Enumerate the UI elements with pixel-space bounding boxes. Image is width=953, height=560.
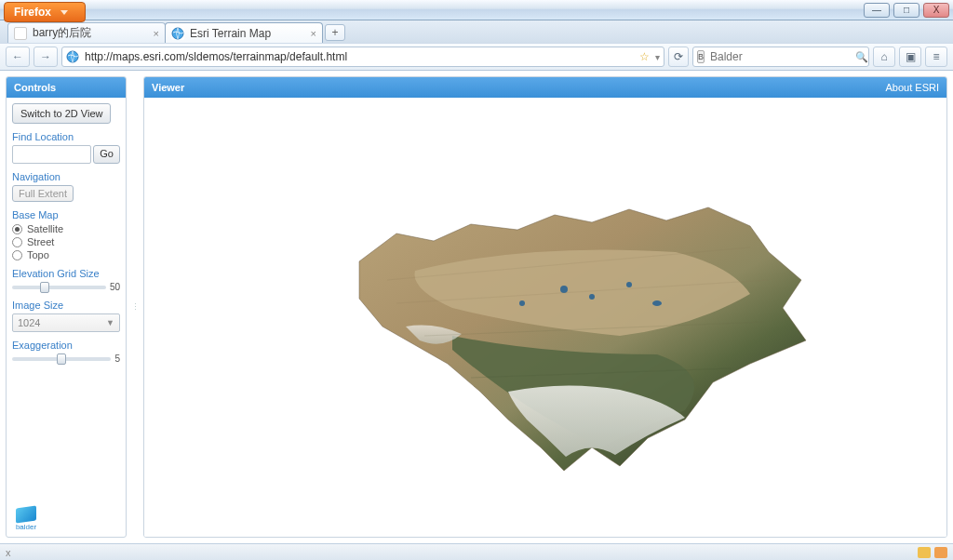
- go-button[interactable]: Go: [93, 145, 120, 164]
- new-tab-button[interactable]: +: [325, 24, 345, 41]
- viewer-header: Viewer About ESRI: [144, 77, 946, 98]
- radio-icon: [12, 237, 22, 247]
- radio-label: Street: [27, 236, 54, 247]
- firefox-label: Firefox: [14, 6, 51, 19]
- svg-point-2: [560, 286, 568, 293]
- tab-close-icon[interactable]: ×: [154, 28, 159, 39]
- image-size-select[interactable]: 1024 ▼: [12, 313, 120, 332]
- about-esri-link[interactable]: About ESRI: [886, 82, 939, 93]
- tab-barry[interactable]: barry的后院 ×: [7, 22, 166, 43]
- menu-button[interactable]: ≡: [925, 47, 947, 67]
- basemap-street[interactable]: Street: [12, 236, 120, 247]
- forward-button[interactable]: →: [34, 47, 58, 67]
- image-size-label: Image Size: [12, 300, 120, 311]
- maximize-button[interactable]: □: [893, 3, 919, 18]
- globe-icon: [171, 27, 184, 40]
- terrain-mesh: [248, 140, 843, 494]
- basemap-label: Base Map: [12, 209, 120, 220]
- balder-logo: balder: [12, 507, 40, 531]
- globe-icon: [66, 50, 79, 63]
- tray-icon[interactable]: [934, 547, 947, 558]
- find-location-label: Find Location: [12, 131, 120, 142]
- terrain-viewport[interactable]: [144, 98, 946, 537]
- status-tray: [918, 547, 947, 558]
- radio-label: Satellite: [27, 223, 63, 234]
- tab-close-icon[interactable]: ×: [311, 28, 316, 39]
- image-size-value: 1024: [18, 317, 106, 328]
- reload-button[interactable]: ⟳: [668, 47, 689, 67]
- window-titlebar: Firefox — □ X: [0, 0, 953, 20]
- cube-icon: [16, 505, 36, 523]
- url-bar[interactable]: ☆ ▾: [61, 47, 664, 67]
- search-go-icon[interactable]: 🔍: [855, 51, 868, 63]
- home-button[interactable]: ⌂: [873, 47, 895, 67]
- radio-label: Topo: [27, 249, 49, 260]
- controls-header: Controls: [7, 77, 126, 98]
- elevation-grid-slider[interactable]: [12, 286, 106, 289]
- fullscreen-button[interactable]: ▣: [899, 47, 921, 67]
- navigation-label: Navigation: [12, 171, 120, 182]
- basemap-topo[interactable]: Topo: [12, 249, 120, 260]
- elevation-grid-label: Elevation Grid Size: [12, 268, 120, 279]
- exaggeration-slider[interactable]: [12, 357, 111, 361]
- minimize-button[interactable]: —: [864, 3, 890, 18]
- url-dropdown-icon[interactable]: ▾: [655, 52, 660, 62]
- switch-2d-button[interactable]: Switch to 2D View: [12, 103, 111, 124]
- search-engine-icon[interactable]: B: [697, 50, 705, 63]
- exaggeration-value: 5: [114, 353, 120, 364]
- search-input[interactable]: [710, 50, 850, 63]
- radio-icon: [12, 250, 22, 260]
- chevron-down-icon: ▼: [106, 318, 114, 327]
- url-input[interactable]: [85, 50, 634, 63]
- svg-point-4: [626, 282, 632, 287]
- bookmark-star-icon[interactable]: ☆: [639, 50, 650, 63]
- basemap-satellite[interactable]: Satellite: [12, 223, 120, 234]
- tab-esri-terrain[interactable]: Esri Terrain Map ×: [165, 22, 323, 43]
- controls-title: Controls: [14, 82, 56, 93]
- status-bar: x: [0, 543, 953, 560]
- page-content: Controls Switch to 2D View Find Location…: [0, 71, 953, 543]
- svg-point-5: [519, 300, 525, 306]
- svg-point-6: [652, 300, 662, 306]
- svg-point-3: [589, 294, 595, 300]
- controls-panel: Controls Switch to 2D View Find Location…: [6, 76, 127, 538]
- viewer-title: Viewer: [152, 82, 184, 93]
- radio-icon: [12, 224, 22, 234]
- firefox-menu-button[interactable]: Firefox: [4, 2, 86, 22]
- balder-label: balder: [16, 523, 36, 531]
- tab-title: barry的后院: [33, 25, 91, 41]
- exaggeration-label: Exaggeration: [12, 340, 120, 351]
- tray-icon[interactable]: [918, 547, 931, 558]
- page-icon: [14, 27, 27, 40]
- search-bar[interactable]: B 🔍: [692, 47, 869, 67]
- full-extent-button[interactable]: Full Extent: [12, 185, 74, 202]
- viewer-panel: Viewer About ESRI: [143, 76, 947, 538]
- elevation-grid-value: 50: [110, 282, 120, 292]
- back-button[interactable]: ←: [6, 47, 30, 67]
- navigation-toolbar: ← → ☆ ▾ ⟳ B 🔍 ⌂ ▣ ≡: [0, 43, 953, 71]
- find-location-input[interactable]: [12, 145, 91, 164]
- tab-strip: barry的后院 × Esri Terrain Map × +: [0, 20, 953, 43]
- status-x[interactable]: x: [6, 547, 11, 558]
- controls-body: Switch to 2D View Find Location Go Navig…: [7, 98, 126, 537]
- tab-title: Esri Terrain Map: [190, 27, 271, 40]
- close-button[interactable]: X: [923, 3, 949, 18]
- panel-splitter[interactable]: ⋮: [132, 76, 138, 538]
